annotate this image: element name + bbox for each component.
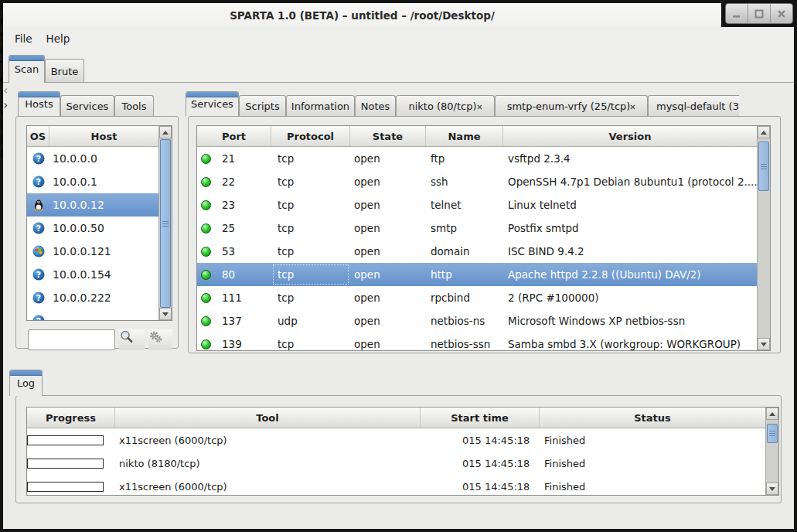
minimize-button[interactable] (726, 4, 748, 23)
tab-tools[interactable]: Tools (114, 95, 154, 116)
host-row[interactable]: ? 10.0.0.154 (27, 263, 172, 286)
port-cell: 23 (197, 193, 271, 217)
tab-information[interactable]: Information (286, 95, 355, 116)
scroll-up-button[interactable] (159, 126, 172, 138)
host-settings-button[interactable] (148, 329, 172, 350)
tab-brute[interactable]: Brute (45, 59, 84, 83)
host-filter-input[interactable] (28, 329, 115, 350)
col-protocol[interactable]: Protocol (271, 126, 350, 146)
service-row[interactable]: 21 tcp open ftp vsftpd 2.3.4 (197, 147, 770, 170)
col-name[interactable]: Name (426, 126, 503, 146)
chevron-right-icon: › (3, 97, 8, 112)
host-row[interactable]: 10.0.0.121 (27, 240, 172, 263)
tab-log[interactable]: Log (9, 370, 43, 396)
service-row[interactable]: 22 tcp open ssh OpenSSH 4.7p1 Debian 8ub… (197, 170, 770, 193)
svg-text:?: ? (36, 293, 40, 303)
hosts-scrollbar[interactable] (158, 126, 172, 320)
arrow-up-icon (761, 131, 767, 135)
col-status[interactable]: Status (540, 408, 765, 428)
col-state[interactable]: State (350, 126, 426, 146)
tab-mysql-default[interactable]: mysql-default (330 (648, 95, 739, 116)
os-icon-cell: ? (27, 170, 49, 193)
menu-file[interactable]: File (8, 29, 39, 48)
version-cell: vsftpd 2.3.4 (503, 152, 757, 165)
tab-smtp-enum-vrfy[interactable]: smtp-enum-vrfy (25/tcp) (495, 95, 648, 116)
open-status-icon (201, 200, 211, 210)
host-search-button[interactable] (119, 329, 145, 350)
log-row[interactable]: nikto (8180/tcp) 015 14:45:18 Finished (27, 452, 778, 475)
close-button[interactable] (771, 4, 792, 23)
protocol-cell: tcp (271, 193, 350, 217)
arrow-up-icon (162, 131, 169, 135)
open-status-icon (201, 223, 211, 234)
os-icon-cell: ? (27, 217, 49, 240)
protocol-cell: tcp (271, 240, 350, 263)
tab-services[interactable]: Services (186, 91, 239, 116)
service-row[interactable]: 137 udp open netbios-ns Microsoft Window… (197, 309, 770, 332)
scrollbar-thumb[interactable] (160, 139, 171, 308)
tab-notes[interactable]: Notes (355, 95, 396, 116)
scroll-up-button[interactable] (766, 408, 778, 420)
maximize-button[interactable] (748, 4, 771, 23)
service-row[interactable]: 53 tcp open domain ISC BIND 9.4.2 (197, 240, 770, 263)
protocol-cell: tcp (271, 147, 350, 170)
col-start-time[interactable]: Start time (421, 408, 540, 428)
col-version[interactable]: Version (503, 126, 757, 146)
os-unknown-icon: ? (32, 292, 45, 304)
menu-help[interactable]: Help (39, 29, 77, 48)
col-progress[interactable]: Progress (27, 408, 115, 428)
scrollbar-thumb[interactable] (767, 424, 778, 443)
col-port[interactable]: Port (197, 126, 271, 146)
os-unknown-icon: ? (32, 222, 45, 234)
open-status-icon (201, 339, 211, 350)
port-cell: 80 (197, 263, 271, 286)
scroll-down-button[interactable] (758, 338, 770, 350)
open-status-icon (201, 270, 211, 280)
log-row[interactable]: x11screen (6000/tcp) 015 14:45:18 Finish… (27, 475, 778, 496)
service-name-cell: http (426, 268, 503, 281)
scroll-down-button[interactable] (766, 483, 778, 495)
tab-hosts-services[interactable]: Services (60, 95, 114, 116)
host-row[interactable]: ? (27, 309, 172, 321)
host-row[interactable]: ? 10.0.0.222 (27, 286, 172, 309)
tab-hosts[interactable]: Hosts (18, 91, 60, 116)
minimize-icon (732, 9, 741, 19)
close-icon (777, 9, 786, 19)
col-host[interactable]: Host (49, 126, 158, 146)
service-row[interactable]: 80 tcp open http Apache httpd 2.2.8 ((Ub… (197, 263, 770, 286)
tab-close-button[interactable] (630, 101, 635, 112)
version-cell: ISC BIND 9.4.2 (503, 245, 757, 257)
scroll-up-button[interactable] (758, 126, 770, 138)
log-scrollbar[interactable] (765, 408, 778, 495)
col-tool[interactable]: Tool (115, 408, 421, 428)
os-icon-cell: ? (27, 263, 49, 286)
tab-close-button[interactable] (477, 101, 482, 112)
host-row[interactable]: ? 10.0.0.0 (27, 147, 172, 170)
service-row[interactable]: 23 tcp open telnet Linux telnetd (197, 193, 770, 217)
tab-scroll-right-button[interactable]: › (3, 97, 15, 112)
tab-scan[interactable]: Scan (9, 55, 45, 83)
host-row[interactable]: 10.0.0.12 (27, 193, 172, 217)
scrollbar-thumb[interactable] (758, 142, 769, 191)
tab-scroll-left-button[interactable]: ‹ (3, 83, 15, 97)
service-row[interactable]: 139 tcp open netbios-ssn Samba smbd 3.X … (197, 332, 770, 351)
tab-nikto[interactable]: nikto (80/tcp) (396, 95, 495, 116)
status-cell: Finished (540, 458, 765, 469)
hosts-panel: OS Host ? 10.0.0.0 ? 10.0.0.1 10.0.0.1 (15, 116, 179, 349)
service-row[interactable]: 25 tcp open smtp Postfix smtpd (197, 217, 770, 240)
scroll-down-button[interactable] (159, 308, 172, 320)
host-row[interactable]: ? 10.0.0.50 (27, 217, 172, 240)
col-os[interactable]: OS (27, 126, 49, 146)
tab-scripts[interactable]: Scripts (239, 95, 286, 116)
log-row[interactable]: x11screen (6000/tcp) 015 14:45:18 Finish… (27, 428, 778, 452)
host-row[interactable]: ? 10.0.0.1 (27, 170, 172, 193)
port-cell: 139 (197, 332, 271, 351)
os-unknown-icon: ? (32, 315, 45, 321)
version-cell: Samba smbd 3.X (workgroup: WORKGROUP) (503, 338, 757, 350)
state-cell: open (350, 222, 426, 234)
service-row[interactable]: 111 tcp open rpcbind 2 (RPC #100000) (197, 286, 770, 309)
services-scrollbar[interactable] (757, 126, 770, 350)
open-status-icon (201, 154, 211, 164)
os-icon-cell: ? (27, 286, 49, 309)
services-table-header: Port Protocol State Name Version (197, 126, 770, 147)
